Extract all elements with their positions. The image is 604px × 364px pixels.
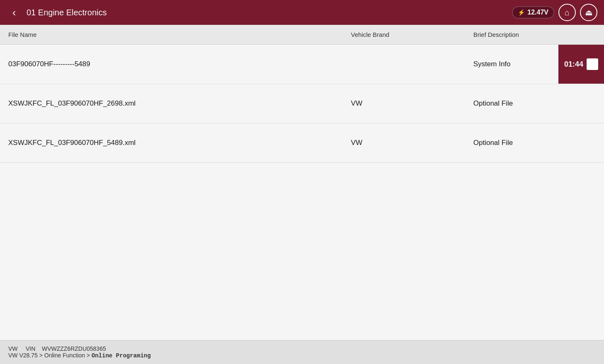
cell-filename: XSWJKFC_FL_03F906070HF_5489.xml	[8, 139, 351, 147]
footer-vin: WVWZZZ6RZDU058365	[42, 345, 106, 352]
exit-icon: ⏏	[585, 7, 593, 17]
cell-filename: 03F906070HF---------5489	[8, 60, 351, 68]
timer-overlay: 01:44	[558, 45, 604, 84]
cell-filename: XSWJKFC_FL_03F906070HF_2698.xml	[8, 99, 351, 108]
timer-value: 01:44	[564, 60, 583, 69]
footer-vin-label: VIN	[26, 345, 35, 352]
bolt-icon: ⚡	[518, 9, 525, 16]
footer-breadcrumb: VW V28.75 > Online Function > Online Pro…	[8, 352, 596, 359]
back-button[interactable]: ‹	[7, 5, 22, 20]
footer: VW VIN WVWZZZ6RZDU058365 VW V28.75 > Onl…	[0, 340, 604, 364]
table-header: File Name Vehicle Brand Brief Descriptio…	[0, 25, 604, 45]
voltage-badge: ⚡ 12.47V	[512, 6, 554, 19]
home-button[interactable]: ⌂	[558, 4, 576, 21]
page-title: 01 Engine Electronics	[27, 8, 507, 17]
timer-stop-button[interactable]	[587, 58, 598, 70]
cell-description: Optional File	[473, 139, 596, 147]
cell-description: Optional File	[473, 99, 596, 108]
footer-brand: VW	[8, 345, 18, 352]
table-row[interactable]: 03F906070HF---------5489 System Info 01:…	[0, 45, 604, 84]
cell-brand: VW	[351, 139, 473, 147]
table-body: 03F906070HF---------5489 System Info 01:…	[0, 45, 604, 340]
home-icon: ⌂	[565, 8, 570, 17]
cell-brand: VW	[351, 99, 473, 108]
voltage-value: 12.47V	[527, 9, 548, 16]
header-controls: ⚡ 12.47V ⌂ ⏏	[512, 4, 597, 21]
footer-vin-line: VW VIN WVWZZZ6RZDU058365	[8, 345, 596, 352]
column-header-filename: File Name	[8, 31, 351, 38]
column-header-description: Brief Description	[473, 31, 596, 38]
header: ‹ 01 Engine Electronics ⚡ 12.47V ⌂ ⏏	[0, 0, 604, 25]
column-header-brand: Vehicle Brand	[351, 31, 473, 38]
table-row[interactable]: XSWJKFC_FL_03F906070HF_5489.xml VW Optio…	[0, 123, 604, 163]
table-row[interactable]: XSWJKFC_FL_03F906070HF_2698.xml VW Optio…	[0, 84, 604, 123]
timer-badge: 01:44	[558, 45, 604, 84]
exit-button[interactable]: ⏏	[580, 4, 597, 21]
